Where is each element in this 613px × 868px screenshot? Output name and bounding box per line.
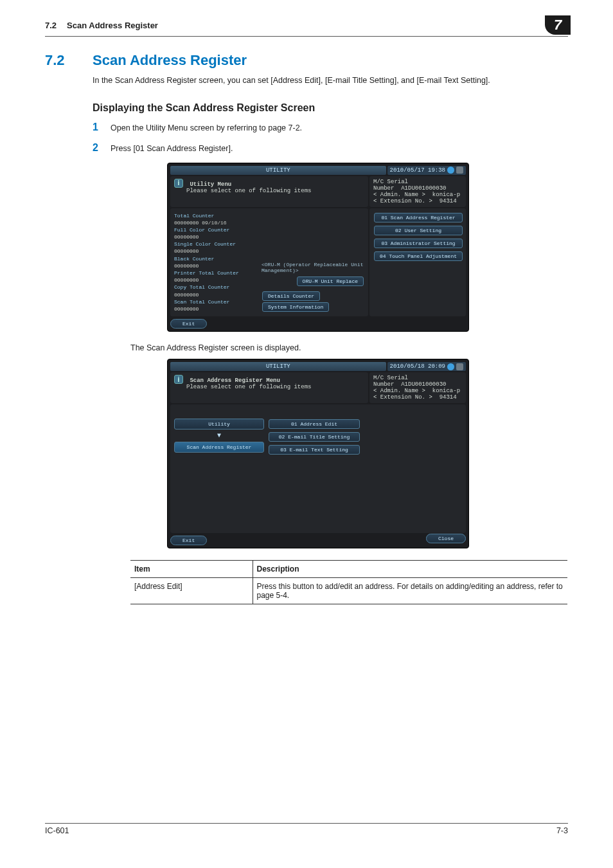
sar-info-panel: i Scan Address Register Menu Please sele…: [170, 372, 368, 403]
menu-address-edit[interactable]: 01 Address Edit: [269, 419, 360, 429]
admin-value: konica-p: [432, 192, 460, 198]
admin-value: konica-p: [432, 388, 460, 394]
ext-value: 94314: [440, 394, 457, 401]
step-1-number: 1: [93, 122, 111, 133]
utility-info-panel: i Utility Menu Please select one of foll…: [170, 176, 368, 207]
counter-label: Copy Total Counter: [174, 284, 258, 291]
menu-user-setting[interactable]: 02 User Setting: [374, 226, 463, 235]
utility-clock-text: 2010/05/17 19:38: [390, 167, 445, 174]
details-counter-button[interactable]: Details Counter: [262, 291, 320, 301]
step-2-number: 2: [93, 142, 111, 154]
sub-heading: Displaying the Scan Address Register Scr…: [93, 102, 568, 114]
footer-right: 7-3: [556, 826, 568, 835]
counter-label: Printer Total Counter: [174, 269, 258, 276]
close-button[interactable]: Close: [426, 534, 466, 543]
sar-info-title: Scan Address Register Menu: [190, 377, 280, 384]
counter-value: 00000000 09/10/16: [174, 219, 258, 226]
footer-left: IC-601: [45, 826, 69, 835]
heading-number: 7.2: [45, 52, 93, 69]
utility-info-title: Utility Menu: [190, 181, 231, 187]
sar-info-sub: Please select one of following items: [186, 384, 311, 390]
utility-clock: 2010/05/17 19:38: [387, 166, 466, 175]
header-section-title: Scan Address Register: [67, 21, 545, 30]
admin-label: < Admin. Name >: [373, 192, 425, 198]
utility-menu-list: 01 Scan Address Register 02 User Setting…: [369, 208, 466, 317]
step-2-text: Press [01 Scan Address Register].: [111, 144, 233, 153]
table-header-row: Item Description: [130, 561, 567, 578]
description-table: Item Description [Address Edit] Press th…: [130, 560, 567, 604]
menu-administrator-setting[interactable]: 03 Administrator Setting: [374, 239, 463, 248]
lock-icon: [456, 363, 463, 370]
memory-icon: [447, 167, 454, 174]
info-icon: i: [174, 179, 183, 188]
counter-label: Black Counter: [174, 255, 258, 262]
step-2: 2 Press [01 Scan Address Register].: [93, 142, 568, 154]
chevron-down-icon: ▼: [174, 432, 264, 439]
ext-label: < Extension No. >: [373, 198, 432, 204]
info-icon: i: [174, 375, 183, 384]
step-1: 1 Open the Utility Menu screen by referr…: [93, 122, 568, 133]
figure-scan-address-register: UTILITY 2010/05/18 20:09 i Scan Address …: [167, 359, 568, 548]
sar-clock-text: 2010/05/18 20:09: [390, 363, 445, 370]
sar-titlebar: UTILITY: [170, 362, 386, 371]
table-cell-item: [Address Edit]: [130, 578, 253, 604]
oru-replace-button[interactable]: ORU-M Unit Replace: [297, 276, 364, 286]
heading-title: Scan Address Register: [93, 52, 247, 69]
header-section-number: 7.2: [45, 21, 57, 30]
ext-value: 94314: [440, 198, 457, 204]
figure-utility-menu: UTILITY 2010/05/17 19:38 i Utility Menu …: [167, 163, 568, 332]
counter-list: Total Counter 00000000 09/10/16 Full Col…: [174, 212, 258, 313]
counter-value: 00000000: [174, 291, 258, 298]
intro-paragraph: In the Scan Address Register screen, you…: [93, 75, 568, 87]
menu-scan-address-register[interactable]: 01 Scan Address Register: [374, 213, 463, 222]
chapter-badge: 7: [545, 15, 571, 35]
table-row: [Address Edit] Press this button to add/…: [130, 578, 567, 604]
serial-value: A1DU001000030: [401, 185, 446, 192]
menu-touch-panel-adjustment[interactable]: 04 Touch Panel Adjustment: [374, 251, 463, 261]
breadcrumb-utility[interactable]: Utility: [174, 419, 264, 429]
utility-titlebar: UTILITY: [170, 166, 386, 175]
counter-value: 00000000: [174, 305, 258, 312]
counter-label: Scan Total Counter: [174, 298, 258, 305]
mid-caption: The Scan Address Register screen is disp…: [130, 343, 568, 352]
exit-button[interactable]: Exit: [170, 319, 207, 329]
breadcrumb-scan-address-register[interactable]: Scan Address Register: [174, 442, 264, 453]
step-1-text: Open the Utility Menu screen by referrin…: [111, 123, 302, 132]
page-footer: IC-601 7-3: [45, 823, 568, 835]
exit-button[interactable]: Exit: [170, 536, 207, 545]
sar-clock: 2010/05/18 20:09: [387, 362, 466, 371]
menu-email-text-setting[interactable]: 03 E-mail Text Setting: [269, 445, 360, 455]
counter-value: 00000000: [174, 233, 258, 240]
table-head-description: Description: [253, 561, 567, 578]
lock-icon: [456, 167, 463, 174]
counter-label: Single Color Counter: [174, 240, 258, 248]
menu-email-title-setting[interactable]: 02 E-mail Title Setting: [269, 432, 360, 442]
serial-value: A1DU001000030: [401, 381, 446, 388]
table-head-item: Item: [130, 561, 253, 578]
sar-machine-info: M/C Serial Number A1DU001000030 < Admin.…: [369, 372, 466, 403]
counter-label: Total Counter: [174, 212, 258, 219]
oru-note: <ORU-M (Operator Replaceable Unit Manage…: [262, 262, 364, 273]
counter-value: 00000000: [174, 262, 258, 269]
utility-machine-info: M/C Serial Number A1DU001000030 < Admin.…: [369, 176, 466, 207]
counter-value: 00000000: [174, 276, 258, 284]
admin-label: < Admin. Name >: [373, 388, 425, 394]
page-header: 7.2 Scan Address Register 7: [45, 15, 568, 37]
ext-label: < Extension No. >: [373, 394, 432, 401]
counter-value: 00000000: [174, 248, 258, 255]
table-cell-description: Press this button to add/edit an address…: [253, 578, 567, 604]
system-info-button[interactable]: System Information: [262, 302, 329, 312]
memory-icon: [447, 363, 454, 370]
counter-label: Full Color Counter: [174, 226, 258, 233]
utility-info-sub: Please select one of following items: [186, 188, 311, 194]
